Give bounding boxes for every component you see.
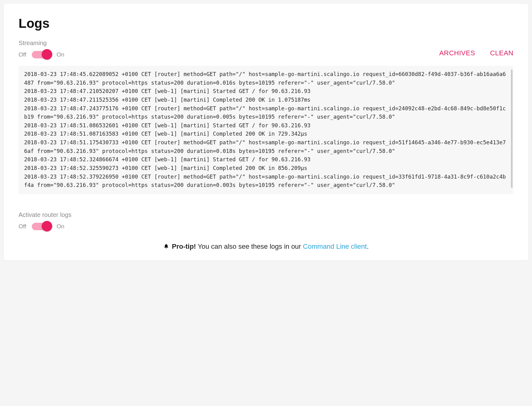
streaming-toggle-block: Streaming Off On [19, 40, 64, 58]
router-logs-toggle-line: Off On [19, 223, 513, 230]
page-title: Logs [19, 16, 513, 31]
pro-tip-text-after: . [367, 243, 369, 250]
pro-tip-prefix: Pro-tip! [172, 243, 196, 250]
pro-tip-text-before: You can also see these logs in our [196, 243, 303, 250]
streaming-label: Streaming [19, 40, 64, 47]
streaming-off-label: Off [19, 51, 26, 58]
streaming-toggle-knob [42, 49, 52, 60]
bell-icon [163, 243, 171, 250]
logs-card: Logs Streaming Off On ARCHIVES CLEAN 201… [4, 4, 528, 260]
streaming-toggle[interactable] [32, 51, 51, 58]
router-logs-on-label: On [57, 223, 64, 230]
command-line-link[interactable]: Command Line client [303, 243, 367, 250]
archives-button[interactable]: ARCHIVES [439, 49, 475, 57]
router-logs-toggle-knob [42, 221, 52, 231]
clean-button[interactable]: CLEAN [490, 49, 513, 57]
router-logs-toggle-block: Activate router logs Off On [19, 211, 513, 230]
streaming-control-row: Streaming Off On ARCHIVES CLEAN [19, 40, 513, 58]
router-logs-toggle[interactable] [32, 223, 51, 230]
action-buttons: ARCHIVES CLEAN [439, 49, 513, 58]
log-output[interactable]: 2018-03-23 17:48:45.622089052 +0100 CET … [19, 66, 513, 194]
router-logs-label: Activate router logs [19, 211, 513, 218]
streaming-on-label: On [57, 51, 64, 58]
router-logs-off-label: Off [19, 223, 26, 230]
pro-tip: Pro-tip! You can also see these logs in … [19, 243, 513, 251]
streaming-toggle-line: Off On [19, 51, 64, 58]
